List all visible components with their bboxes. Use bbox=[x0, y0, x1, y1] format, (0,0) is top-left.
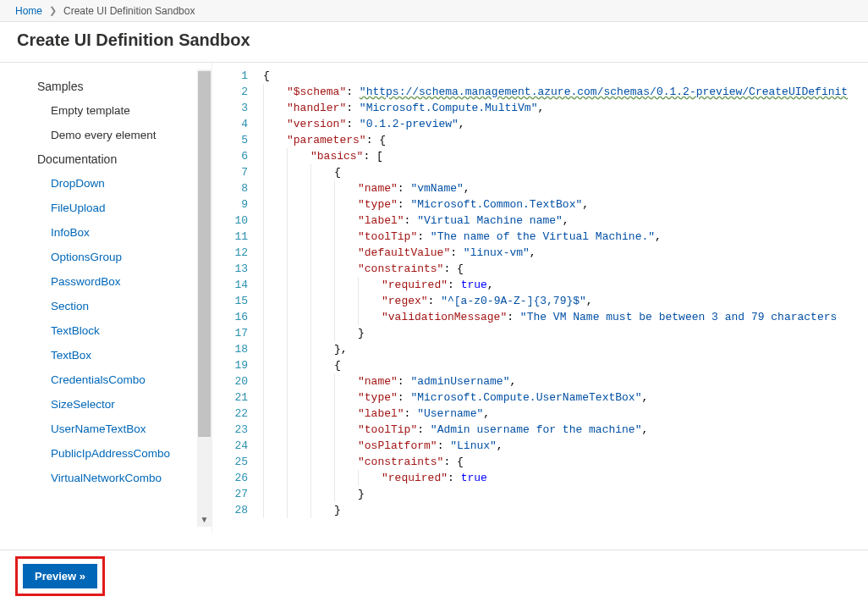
sidebar-item-credentialscombo[interactable]: CredentialsCombo bbox=[8, 367, 212, 392]
preview-button[interactable]: Preview » bbox=[23, 564, 97, 588]
preview-highlight: Preview » bbox=[15, 556, 105, 596]
code-line[interactable]: "name": "adminUsername", bbox=[263, 373, 868, 389]
sidebar-item-sizeselector[interactable]: SizeSelector bbox=[8, 392, 212, 417]
sidebar-item-publicipaddresscombo[interactable]: PublicIpAddressCombo bbox=[8, 441, 212, 466]
code-line[interactable]: } bbox=[263, 502, 868, 518]
sidebar-heading: Documentation bbox=[8, 147, 212, 171]
sidebar-item-section[interactable]: Section bbox=[8, 294, 212, 318]
code-line[interactable]: "basics": [ bbox=[263, 148, 868, 164]
sidebar-item-demo-every-element[interactable]: Demo every element bbox=[8, 123, 212, 147]
sidebar: ▲ ▼ SamplesEmpty templateDemo every elem… bbox=[0, 63, 212, 533]
code-line[interactable]: "type": "Microsoft.Compute.UserNameTextB… bbox=[263, 389, 868, 406]
sidebar-item-dropdown[interactable]: DropDown bbox=[8, 171, 212, 196]
line-number-gutter: 1234567891011121314151617181920212223242… bbox=[212, 63, 263, 533]
breadcrumb-current: Create UI Definition Sandbox bbox=[63, 5, 195, 17]
scroll-down-icon[interactable]: ▼ bbox=[197, 515, 212, 527]
code-line[interactable]: "toolTip": "Admin username for the machi… bbox=[263, 422, 868, 438]
sidebar-item-empty-template[interactable]: Empty template bbox=[8, 98, 212, 123]
scroll-thumb[interactable] bbox=[198, 71, 211, 437]
chevron-right-icon: ❯ bbox=[49, 5, 57, 16]
code-line[interactable]: { bbox=[263, 68, 868, 84]
sidebar-item-textbox[interactable]: TextBox bbox=[8, 343, 212, 367]
code-line[interactable]: "osPlatform": "Linux", bbox=[263, 438, 868, 454]
code-line[interactable]: } bbox=[263, 486, 868, 502]
code-line[interactable]: "regex": "^[a-z0-9A-Z-]{3,79}$", bbox=[263, 293, 868, 309]
sidebar-item-infobox[interactable]: InfoBox bbox=[8, 220, 212, 245]
code-line[interactable]: "version": "0.1.2-preview", bbox=[263, 116, 868, 132]
code-line[interactable]: "name": "vmName", bbox=[263, 180, 868, 196]
code-line[interactable]: "constraints": { bbox=[263, 454, 868, 470]
sidebar-item-textblock[interactable]: TextBlock bbox=[8, 318, 212, 343]
code-line[interactable]: "defaultValue": "linux-vm", bbox=[263, 245, 868, 261]
code-line[interactable]: "required": true, bbox=[263, 277, 868, 293]
code-line[interactable]: { bbox=[263, 164, 868, 180]
code-line[interactable]: "constraints": { bbox=[263, 261, 868, 277]
code-line[interactable]: "type": "Microsoft.Common.TextBox", bbox=[263, 196, 868, 213]
sidebar-heading: Samples bbox=[8, 75, 212, 98]
code-line[interactable]: "parameters": { bbox=[263, 132, 868, 148]
code-line[interactable]: } bbox=[263, 325, 868, 341]
code-line[interactable]: "validationMessage": "The VM Name must b… bbox=[263, 309, 868, 325]
sidebar-item-usernametextbox[interactable]: UserNameTextBox bbox=[8, 417, 212, 441]
code-line[interactable]: "$schema": "https://schema.management.az… bbox=[263, 84, 868, 100]
workspace: ▲ ▼ SamplesEmpty templateDemo every elem… bbox=[0, 63, 868, 533]
footer: Preview » bbox=[0, 550, 868, 602]
sidebar-scrollbar[interactable]: ▲ ▼ bbox=[197, 69, 212, 527]
sidebar-item-optionsgroup[interactable]: OptionsGroup bbox=[8, 245, 212, 269]
page-title: Create UI Definition Sandbox bbox=[0, 22, 868, 63]
code-editor[interactable]: 1234567891011121314151617181920212223242… bbox=[212, 63, 868, 533]
code-line[interactable]: "required": true bbox=[263, 470, 868, 486]
code-line[interactable]: "toolTip": "The name of the Virtual Mach… bbox=[263, 229, 868, 245]
sidebar-item-fileupload[interactable]: FileUpload bbox=[8, 196, 212, 220]
code-line[interactable]: }, bbox=[263, 341, 868, 357]
code-line[interactable]: "handler": "Microsoft.Compute.MultiVm", bbox=[263, 100, 868, 116]
code-line[interactable]: "label": "Virtual Machine name", bbox=[263, 213, 868, 229]
code-line[interactable]: { bbox=[263, 357, 868, 373]
sidebar-item-virtualnetworkcombo[interactable]: VirtualNetworkCombo bbox=[8, 466, 212, 490]
code-area[interactable]: {"$schema": "https://schema.management.a… bbox=[263, 63, 868, 533]
code-line[interactable]: "label": "Username", bbox=[263, 406, 868, 422]
sidebar-item-passwordbox[interactable]: PasswordBox bbox=[8, 269, 212, 294]
breadcrumb: Home ❯ Create UI Definition Sandbox bbox=[0, 0, 868, 22]
breadcrumb-home[interactable]: Home bbox=[15, 5, 42, 17]
